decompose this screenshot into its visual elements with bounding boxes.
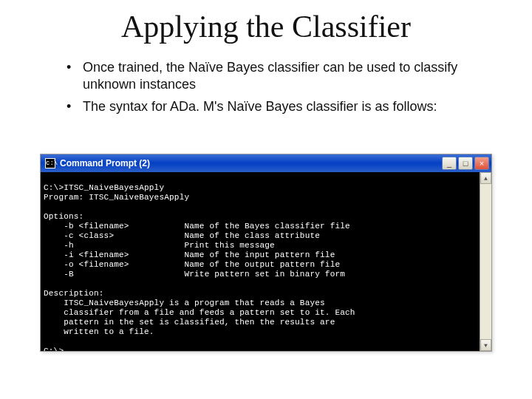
terminal-line: ITSC_NaiveBayesApply is a program that r… (44, 299, 325, 307)
minimize-button[interactable]: _ (442, 157, 457, 170)
terminal-output[interactable]: C:\>ITSC_NaiveBayesApply Program: ITSC_N… (41, 172, 491, 351)
close-button[interactable]: × (474, 157, 489, 170)
bullet-item: Once trained, the Naïve Bayes classifier… (66, 59, 480, 94)
terminal-line: classifier from a file and feeds a patte… (44, 308, 355, 317)
titlebar[interactable]: c:\ Command Prompt (2) _ □ × (41, 154, 491, 172)
terminal-line: Options: (44, 212, 83, 221)
slide: Applying the Classifier Once trained, th… (0, 0, 532, 399)
bullet-item: The syntax for ADa. M's Naïve Bayes clas… (66, 98, 480, 115)
command-prompt-window: c:\ Command Prompt (2) _ □ × C:\>ITSC_Na… (40, 154, 492, 352)
scroll-up-button[interactable]: ▲ (480, 172, 491, 184)
bullet-list: Once trained, the Naïve Bayes classifier… (0, 52, 532, 115)
terminal-line: -i <filename> Name of the input pattern … (44, 250, 335, 259)
terminal-line: Description: (44, 289, 104, 298)
window-title: Command Prompt (2) (60, 158, 150, 168)
scrollbar[interactable]: ▲ ▼ (480, 172, 491, 351)
scroll-down-button[interactable]: ▼ (480, 339, 491, 351)
cmd-icon: c:\ (45, 158, 55, 168)
terminal-line: -c <class> Name of the class attribute (44, 231, 320, 240)
terminal-line: Program: ITSC_NaiveBayesApply (44, 193, 189, 202)
terminal-line: -b <filename> Name of the Bayes classifi… (44, 222, 350, 231)
scroll-track[interactable] (480, 184, 491, 339)
window-controls: _ □ × (442, 157, 489, 170)
terminal-line: -h Print this message (44, 241, 275, 250)
terminal-line: written to a file. (44, 327, 154, 336)
terminal-line: C:\> (44, 347, 64, 351)
slide-title: Applying the Classifier (0, 0, 532, 52)
terminal-line: C:\>ITSC_NaiveBayesApply (44, 183, 164, 192)
terminal-line: -o <filename> Name of the output pattern… (44, 260, 340, 269)
titlebar-left: c:\ Command Prompt (2) (45, 158, 150, 168)
maximize-button[interactable]: □ (458, 157, 473, 170)
terminal-line: -B Write pattern set in binary form (44, 270, 345, 279)
terminal-line: pattern in the set is classified, then t… (44, 318, 335, 327)
